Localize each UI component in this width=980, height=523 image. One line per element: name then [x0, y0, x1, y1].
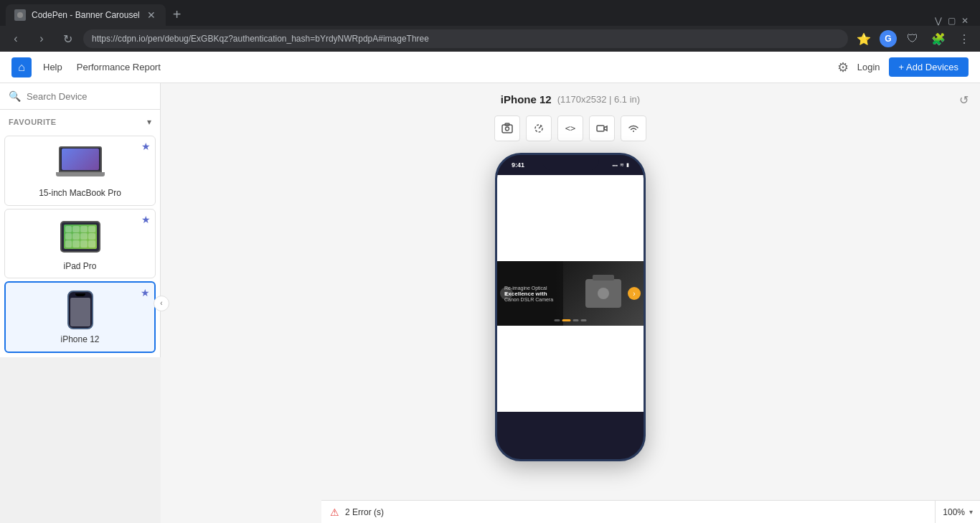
app-nav: Help Performance Report	[43, 62, 161, 72]
app-header: ⌂ Help Performance Report ⚙ Login + Add …	[0, 52, 980, 83]
browser-toolbar: ‹ › ↻ https://cdpn.io/pen/debug/ExGBKqz?…	[0, 26, 980, 52]
carousel-dot-2	[562, 319, 571, 321]
wifi-status-icon: ≋	[620, 162, 624, 168]
favourite-section-title: FAVOURITE	[9, 118, 57, 126]
sidebar: 🔍 FAVOURITE ▾ ★ 15-inch MacBo	[0, 83, 161, 357]
phone-container: 9:41 ▪▪▪ ≋ ▮	[495, 153, 646, 461]
zoom-dropdown-icon[interactable]: ▾	[969, 508, 973, 516]
extension-shield-icon[interactable]: 🛡	[903, 29, 923, 49]
phone-mockup: 9:41 ▪▪▪ ≋ ▮	[495, 153, 646, 461]
code-button[interactable]: <>	[557, 116, 583, 141]
carousel-dots	[555, 319, 587, 321]
svg-line-5	[539, 126, 542, 128]
favourite-star-ipad[interactable]: ★	[141, 214, 151, 225]
carousel-dot-1	[555, 319, 560, 321]
svg-point-2	[506, 127, 509, 131]
error-bar: ⚠ 2 Error (s)	[321, 500, 980, 523]
browser-chrome: CodePen - Banner Carousel ✕ + ⋁ ▢ ✕ ‹ › …	[0, 0, 980, 52]
screen-bottom	[497, 326, 644, 412]
device-info: (1170x2532 | 6.1 in)	[557, 94, 640, 105]
forward-button[interactable]: ›	[32, 29, 52, 49]
video-button[interactable]	[589, 116, 615, 141]
reload-button[interactable]: ↻	[57, 29, 77, 49]
favourite-star-iphone[interactable]: ★	[141, 287, 150, 298]
new-tab-button[interactable]: +	[167, 4, 187, 26]
tab-minimize-icon[interactable]: ⋁	[935, 16, 942, 26]
favourite-star-macbook[interactable]: ★	[141, 141, 151, 152]
help-nav-item[interactable]: Help	[43, 62, 62, 72]
iphone-image	[52, 288, 109, 331]
tab-end-buttons: ⋁ ▢ ✕	[935, 16, 974, 26]
device-header: iPhone 12 (1170x2532 | 6.1 in)	[486, 83, 654, 116]
banner-carousel: Re-imagine Optical Excellence with Canon…	[497, 261, 644, 326]
search-box: 🔍	[0, 83, 160, 110]
device-size: 6.1 in	[614, 94, 637, 105]
carousel-dot-4	[581, 319, 587, 321]
main-content: iPhone 12 (1170x2532 | 6.1 in) ↺ <	[161, 83, 980, 523]
sidebar-collapse-button[interactable]: ‹	[154, 296, 169, 311]
svg-point-0	[17, 12, 23, 18]
app-header-right: ⚙ Login + Add Devices	[837, 57, 969, 77]
device-list: ★ 15-inch MacBook Pro ★	[0, 131, 160, 357]
battery-icon: ▮	[626, 162, 629, 168]
settings-icon[interactable]: ⚙	[837, 60, 849, 75]
device-card-macbook[interactable]: ★ 15-inch MacBook Pro	[4, 136, 156, 206]
phone-status-bar: 9:41 ▪▪▪ ≋ ▮	[497, 155, 644, 175]
tab-restore-icon[interactable]: ▢	[948, 16, 956, 26]
sidebar-wrapper: 🔍 FAVOURITE ▾ ★ 15-inch MacBo	[0, 83, 161, 523]
svg-rect-6	[597, 126, 604, 131]
bookmark-icon[interactable]: ⭐	[854, 29, 874, 49]
zoom-bar: 100% ▾	[935, 500, 980, 523]
device-card-iphone[interactable]: ★ iPhone 12	[4, 281, 156, 353]
tab-close-icon[interactable]: ✕	[961, 16, 969, 26]
back-button[interactable]: ‹	[6, 29, 26, 49]
phone-time: 9:41	[512, 161, 524, 169]
device-resolution: 1170x2532	[560, 94, 606, 105]
search-icon: 🔍	[9, 90, 21, 102]
section-toggle-icon[interactable]: ▾	[147, 117, 151, 127]
browser-toolbar-right: ⭐ G 🛡 🧩 ⋮	[854, 29, 974, 49]
address-text: https://cdpn.io/pen/debug/ExGBKqz?authen…	[92, 34, 839, 44]
favourite-section-header: FAVOURITE ▾	[0, 110, 160, 131]
tab-close-button[interactable]: ✕	[146, 9, 157, 21]
error-text: 2 Error (s)	[345, 507, 384, 517]
screen-top	[497, 175, 644, 261]
ipad-image	[52, 215, 109, 258]
active-tab[interactable]: CodePen - Banner Carousel ✕	[6, 4, 166, 26]
device-toolbar: <>	[494, 116, 646, 141]
profile-icon[interactable]: G	[880, 30, 897, 47]
browser-tabs: CodePen - Banner Carousel ✕ + ⋁ ▢ ✕	[0, 0, 980, 26]
phone-notch	[542, 155, 599, 171]
macbook-label: 15-inch MacBook Pro	[39, 188, 121, 199]
add-devices-button[interactable]: + Add Devices	[889, 57, 969, 77]
carousel-dot-3	[573, 319, 579, 321]
wifi-button[interactable]	[621, 116, 646, 141]
browser-menu-icon[interactable]: ⋮	[954, 29, 974, 49]
carousel-next-button[interactable]: ›	[628, 287, 641, 300]
signal-icon: ▪▪▪	[613, 163, 618, 168]
rotate-button[interactable]	[526, 116, 552, 141]
tab-favicon	[14, 9, 26, 21]
home-icon: ⌂	[18, 61, 25, 74]
zoom-level: 100%	[943, 507, 965, 517]
error-icon: ⚠	[330, 506, 339, 518]
iphone-label: iPhone 12	[60, 334, 99, 346]
screenshot-button[interactable]	[494, 116, 520, 141]
carousel-prev-button[interactable]: ‹	[500, 287, 513, 300]
search-input[interactable]	[27, 91, 151, 102]
macbook-image	[52, 142, 109, 185]
address-bar[interactable]: https://cdpn.io/pen/debug/ExGBKqz?authen…	[83, 29, 848, 48]
login-button[interactable]: Login	[857, 62, 880, 72]
phone-status-icons: ▪▪▪ ≋ ▮	[613, 162, 629, 168]
extensions-puzzle-icon[interactable]: 🧩	[928, 29, 948, 49]
reload-preview-icon[interactable]: ↺	[959, 93, 969, 107]
main-layout: 🔍 FAVOURITE ▾ ★ 15-inch MacBo	[0, 83, 980, 523]
device-card-ipad[interactable]: ★	[4, 209, 156, 279]
svg-point-7	[633, 131, 634, 132]
carousel-line3: Canon DSLR Camera	[504, 297, 553, 302]
app-logo: ⌂	[11, 57, 32, 77]
performance-nav-item[interactable]: Performance Report	[77, 62, 161, 72]
ipad-label: iPad Pro	[63, 261, 96, 273]
tab-title: CodePen - Banner Carousel	[32, 10, 140, 20]
device-name-heading: iPhone 12	[501, 93, 552, 105]
